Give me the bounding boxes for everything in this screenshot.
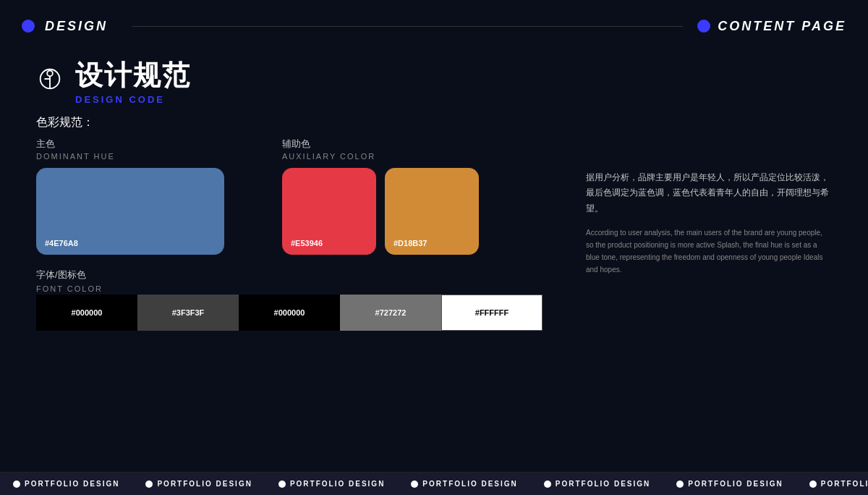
header-left-dot — [22, 20, 35, 33]
ticker-dot — [411, 481, 418, 488]
ticker-item: PORTFOLIO DESIGN — [663, 480, 796, 488]
font-color-section: 字体/图标色 FONT COLOR #000000 #3F3F3F #00000… — [36, 268, 586, 331]
font-swatch-2: #3F3F3F — [137, 295, 239, 331]
ticker-dot — [13, 481, 20, 488]
auxiliary-color-group: 辅助色 AUXILIARY COLOR #E53946 #D18B37 — [282, 138, 479, 255]
font-swatch-4: #727272 — [340, 295, 441, 331]
header-right: CONTENT PAGE — [697, 19, 846, 34]
swatch-blue: #4E76A8 — [36, 168, 224, 255]
swatch-blue-label: #4E76A8 — [45, 239, 78, 248]
ticker-item: PORTFOLIO DESIGN — [796, 480, 868, 488]
swatch-red-label: #E53946 — [291, 239, 323, 248]
ticker-track: PORTFOLIO DESIGN PORTFOLIO DESIGN PORTFO… — [0, 480, 868, 488]
font-title-cn: 字体/图标色 — [36, 269, 86, 280]
description-cn: 据用户分析，品牌主要用户是年轻人，所以产品定位比较活泼，最后色调定为蓝色调，蓝色… — [586, 170, 832, 217]
font-swatch-3: #000000 — [239, 295, 340, 331]
ticker-text: PORTFOLIO DESIGN — [157, 480, 252, 488]
ticker-text: PORTFOLIO DESIGN — [290, 480, 385, 488]
auxiliary-title-en: AUXILIARY COLOR — [282, 152, 479, 161]
ticker-text: PORTFOLIO DESIGN — [25, 480, 119, 488]
ticker-dot — [676, 481, 684, 488]
ticker-dot — [145, 481, 153, 488]
ticker-item: PORTFOLIO DESIGN — [531, 480, 663, 488]
font-title-en: FONT COLOR — [36, 284, 103, 293]
page-subtitle-en: DESIGN CODE — [75, 94, 191, 105]
ticker-item: PORTFOLIO DESIGN — [0, 480, 132, 488]
auxiliary-title-cn: 辅助色 — [282, 138, 479, 151]
header: DESIGN CONTENT PAGE — [0, 0, 868, 52]
content-left: 主色 DOMINANT HUE #4E76A8 辅助色 AUXILIARY CO… — [36, 138, 586, 331]
auxiliary-swatches: #E53946 #D18B37 — [282, 168, 479, 255]
page-title-cn: 设计规范 — [75, 59, 191, 93]
ticker-item: PORTFOLIO DESIGN — [398, 480, 530, 488]
ticker-dot — [544, 481, 551, 488]
dominant-hue-group: 主色 DOMINANT HUE #4E76A8 — [36, 138, 224, 255]
design-icon — [36, 65, 64, 93]
dominant-swatches: #4E76A8 — [36, 168, 224, 255]
swatch-red: #E53946 — [282, 168, 376, 255]
dominant-title-en: DOMINANT HUE — [36, 152, 224, 161]
swatch-orange-label: #D18B37 — [393, 239, 427, 248]
font-swatches: #000000 #3F3F3F #000000 #727272 #FFFFFF — [36, 295, 586, 331]
header-divider — [132, 26, 683, 27]
dominant-title-cn: 主色 — [36, 138, 224, 151]
ticker-item: PORTFOLIO DESIGN — [265, 480, 398, 488]
svg-point-1 — [47, 71, 53, 77]
ticker-text: PORTFOLIO DESIGN — [821, 480, 868, 488]
heading-text: 设计规范 DESIGN CODE — [75, 59, 191, 105]
ticker-dot — [809, 481, 817, 488]
color-groups-row: 主色 DOMINANT HUE #4E76A8 辅助色 AUXILIARY CO… — [36, 138, 586, 255]
font-swatch-1: #000000 — [36, 295, 137, 331]
ticker-text: PORTFOLIO DESIGN — [556, 480, 650, 488]
ticker-dot — [278, 481, 286, 488]
header-left: DESIGN — [22, 19, 697, 34]
header-left-title: DESIGN — [45, 19, 108, 34]
footer-ticker: PORTFOLIO DESIGN PORTFOLIO DESIGN PORTFO… — [0, 472, 868, 495]
header-right-dot — [697, 20, 710, 33]
ticker-text: PORTFOLIO DESIGN — [688, 480, 783, 488]
header-right-title: CONTENT PAGE — [718, 19, 846, 34]
swatch-orange: #D18B37 — [385, 168, 479, 255]
font-swatch-5: #FFFFFF — [441, 295, 542, 331]
content-row: 主色 DOMINANT HUE #4E76A8 辅助色 AUXILIARY CO… — [36, 138, 832, 331]
section-label: 色彩规范： — [36, 115, 832, 130]
description-block: 据用户分析，品牌主要用户是年轻人，所以产品定位比较活泼，最后色调定为蓝色调，蓝色… — [586, 138, 832, 276]
description-en: According to user analysis, the main use… — [586, 227, 832, 276]
page-heading: 设计规范 DESIGN CODE — [36, 59, 832, 105]
main-content: 设计规范 DESIGN CODE 色彩规范： 主色 DOMINANT HUE #… — [0, 52, 868, 331]
ticker-text: PORTFOLIO DESIGN — [422, 480, 517, 488]
ticker-item: PORTFOLIO DESIGN — [132, 480, 265, 488]
